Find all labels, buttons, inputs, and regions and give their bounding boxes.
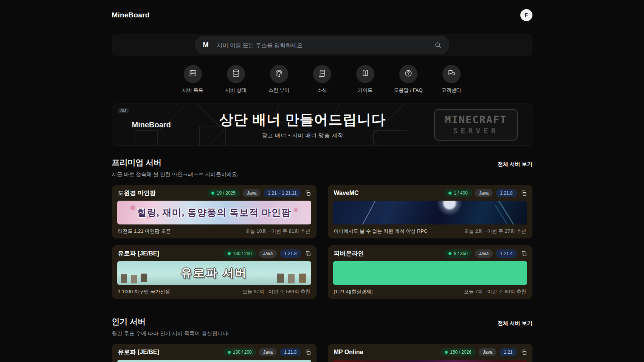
search-icon[interactable] bbox=[435, 42, 441, 48]
nav-item-server-list[interactable]: 서버 목록 bbox=[179, 65, 206, 94]
copy-address-icon[interactable] bbox=[521, 251, 527, 257]
server-card[interactable]: 도원경 마인팜 19 / 2025 Java 1.21 ~ 1.21.11 힐링… bbox=[112, 185, 317, 238]
nav-item-guide[interactable]: 가이드 bbox=[352, 65, 379, 94]
server-vote-stats: 오늘 10회 · 이번 주 81회 추천 bbox=[245, 228, 310, 235]
chat-bubbles-icon bbox=[447, 69, 456, 79]
premium-server-grid: 도원경 마인팜 19 / 2025 Java 1.21 ~ 1.21.11 힐링… bbox=[112, 185, 532, 299]
section-title: 프리미엄 서버 bbox=[112, 157, 162, 168]
server-vote-stats: 오늘 7회 · 이번 주 60회 추천 bbox=[464, 288, 526, 295]
section-subtitle: 월간 투표 수에 따라 인기 서버 목록이 갱신됩니다. bbox=[112, 330, 532, 337]
server-name: 유로파 [JE/BE] bbox=[118, 348, 159, 356]
premium-section-header: 프리미엄 서버 전체 서버 보기 bbox=[112, 157, 532, 168]
nav-label: 스킨 뷰어 bbox=[268, 87, 290, 94]
copy-address-icon[interactable] bbox=[305, 349, 311, 356]
server-description: 어디에서도 볼 수 없는 차원 개척 야생 RPG bbox=[334, 228, 428, 235]
nav-item-support[interactable]: 고객센터 bbox=[438, 65, 465, 94]
online-dot-icon bbox=[448, 192, 452, 195]
server-description: [1.21.4][현실경제] bbox=[334, 288, 373, 295]
version-badge: 1.21.8 bbox=[496, 189, 517, 197]
online-dot-icon bbox=[445, 351, 448, 354]
nav-item-help-faq[interactable]: 도움말 / FAQ bbox=[395, 65, 422, 94]
server-card[interactable]: 유로파 [JE/BE] 130 / 200 Java 1.21.8 유로파 서버 bbox=[112, 344, 317, 362]
version-badge: 1.21.8 bbox=[280, 348, 301, 356]
search-bar[interactable]: M bbox=[195, 36, 449, 54]
minecraft-server-logo: MINECRAFT SERVER bbox=[434, 109, 517, 141]
server-name: 피버온라인 bbox=[334, 250, 364, 258]
version-badge: 1.21 ~ 1.21.11 bbox=[264, 189, 301, 197]
search-input[interactable] bbox=[217, 42, 435, 48]
copy-address-icon[interactable] bbox=[305, 251, 311, 257]
section-title: 인기 서버 bbox=[112, 316, 146, 327]
server-rack-icon bbox=[189, 69, 197, 79]
platform-badge: Java bbox=[475, 189, 493, 197]
ad-banner[interactable]: AD MineBoard 상단 배너 만들어드립니다 광고 배너 • 서버 배너… bbox=[112, 104, 532, 146]
view-all-servers-link[interactable]: 전체 서버 보기 bbox=[498, 320, 532, 327]
server-card[interactable]: 피버온라인 8 / 350 Java 1.21.4 [1.21.4][현실경제]… bbox=[328, 245, 532, 299]
server-description: 1:1000 지구맵 국가전쟁 bbox=[118, 288, 170, 295]
nav-label: 가이드 bbox=[358, 87, 372, 94]
players-badge: 19 / 2025 bbox=[207, 189, 240, 197]
search-panel: M bbox=[112, 34, 532, 56]
server-banner-image: 유로파 서버 bbox=[117, 261, 311, 285]
players-badge: 150 / 2026 bbox=[441, 348, 476, 356]
ad-brand: MineBoard bbox=[132, 121, 171, 129]
copy-address-icon[interactable] bbox=[521, 190, 527, 196]
online-dot-icon bbox=[211, 192, 214, 195]
players-badge: 130 / 200 bbox=[223, 348, 256, 356]
platform-badge: Java bbox=[259, 249, 277, 258]
server-card[interactable]: MP Online 150 / 2026 Java 1.21 MP ONLINE bbox=[328, 344, 532, 362]
online-dot-icon bbox=[228, 351, 231, 354]
book-icon bbox=[361, 69, 369, 79]
nav-item-server-status[interactable]: 서버 상태 bbox=[222, 65, 250, 94]
platform-badge: Java bbox=[259, 348, 277, 356]
server-card[interactable]: 유로파 [JE/BE] 130 / 200 Java 1.21.8 유로파 서버… bbox=[112, 245, 317, 299]
nav-label: 서버 상태 bbox=[225, 87, 247, 94]
brand-logo[interactable]: MineBoard bbox=[112, 11, 150, 19]
palette-icon bbox=[275, 69, 283, 79]
view-all-servers-link[interactable]: 전체 서버 보기 bbox=[498, 161, 532, 168]
popular-server-grid: 유로파 [JE/BE] 130 / 200 Java 1.21.8 유로파 서버… bbox=[112, 344, 532, 362]
version-badge: 1.21.8 bbox=[280, 249, 301, 258]
section-subtitle: 지금 바로 접속해 볼 만한 마인크래프트 서버들이에요. bbox=[112, 171, 532, 178]
server-card[interactable]: WaveMC 1 / 400 Java 1.21.8 어디에서도 볼 수 없는 … bbox=[328, 185, 532, 238]
players-badge: 1 / 400 bbox=[444, 189, 472, 197]
server-banner-image: MP ONLINE bbox=[333, 360, 527, 362]
platform-badge: Java bbox=[243, 189, 261, 197]
database-icon bbox=[232, 69, 240, 79]
server-name: MP Online bbox=[334, 349, 363, 356]
search-logo-m: M bbox=[203, 41, 209, 49]
server-vote-stats: 오늘 2회 · 이번 주 27회 추천 bbox=[464, 228, 526, 235]
online-dot-icon bbox=[448, 252, 452, 255]
nav-item-news[interactable]: 소식 bbox=[309, 65, 336, 94]
banner-decor bbox=[135, 130, 158, 146]
topbar: MineBoard F bbox=[112, 0, 532, 21]
players-badge: 8 / 350 bbox=[444, 249, 472, 258]
server-banner-image: 유로파 서버 bbox=[117, 360, 311, 362]
copy-address-icon[interactable] bbox=[305, 190, 311, 196]
online-dot-icon bbox=[228, 252, 231, 255]
banner-text: 힐링, 재미, 동양풍의 독보적 마인팜 bbox=[137, 206, 291, 219]
help-circle-icon bbox=[404, 69, 413, 79]
quick-nav: 서버 목록 서버 상태 스킨 뷰어 소식 가이드 bbox=[112, 65, 532, 94]
nav-label: 소식 bbox=[317, 87, 327, 94]
scroll-icon bbox=[318, 69, 326, 79]
user-avatar[interactable]: F bbox=[520, 9, 532, 21]
server-name: 유로파 [JE/BE] bbox=[118, 250, 159, 258]
server-vote-stats: 오늘 97회 · 이번 주 589회 추천 bbox=[242, 288, 310, 295]
nav-label: 서버 목록 bbox=[182, 87, 203, 94]
players-badge: 130 / 200 bbox=[223, 249, 256, 258]
nav-label: 고객센터 bbox=[442, 87, 461, 94]
nav-item-skin-viewer[interactable]: 스킨 뷰어 bbox=[265, 65, 293, 94]
banner-text: 유로파 서버 bbox=[181, 265, 247, 281]
platform-badge: Java bbox=[475, 249, 493, 258]
server-name: 도원경 마인팜 bbox=[118, 189, 156, 197]
version-badge: 1.21 bbox=[500, 348, 517, 356]
server-description: 레전드 1.21 마인팜 오픈 bbox=[118, 228, 171, 235]
server-banner-image: 힐링, 재미, 동양풍의 독보적 마인팜 bbox=[117, 201, 311, 224]
nav-label: 도움말 / FAQ bbox=[394, 87, 423, 94]
ad-subtitle: 광고 배너 • 서버 배너 맞춤 제작 bbox=[262, 132, 343, 139]
server-name: WaveMC bbox=[334, 190, 359, 196]
ad-title: 상단 배너 만들어드립니다 bbox=[219, 110, 386, 129]
version-badge: 1.21.4 bbox=[496, 249, 517, 258]
copy-address-icon[interactable] bbox=[521, 349, 527, 356]
